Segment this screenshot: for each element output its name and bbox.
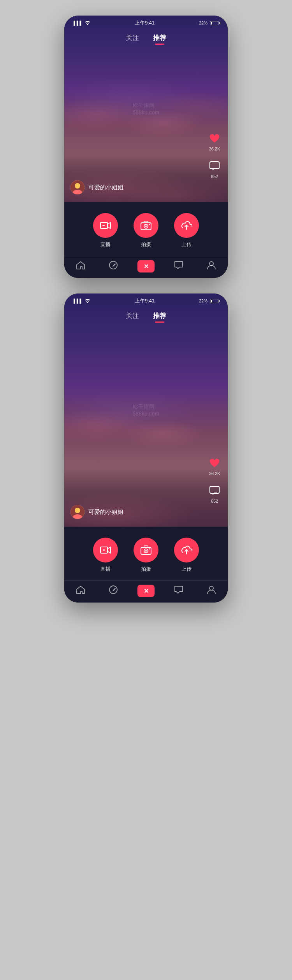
nav-profile-2[interactable] (195, 585, 228, 597)
tab-recommend-1[interactable]: 推荐 (153, 33, 166, 45)
shoot-icon-circle-2 (134, 538, 158, 562)
upload-label-1: 上传 (181, 241, 192, 248)
nav-plus-2[interactable]: ✕ (130, 585, 162, 597)
svg-line-6 (102, 225, 103, 226)
nav-tabs-1: 关注 推荐 (64, 16, 228, 49)
side-actions-1: 36.2K 652 (208, 131, 222, 179)
message-icon-1 (174, 261, 183, 272)
shoot-label-1: 拍摄 (141, 241, 151, 248)
upload-icon-circle-1 (174, 213, 199, 238)
user-bar-1: 可爱的小姐姐 (70, 180, 123, 194)
discover-icon-1 (109, 260, 118, 272)
tab-follow-1[interactable]: 关注 (126, 33, 139, 45)
comment-action-2[interactable]: 652 (208, 484, 222, 503)
svg-point-22 (103, 549, 105, 551)
user-bar-2: 可爱的小姐姐 (70, 505, 123, 519)
svg-point-7 (103, 225, 105, 226)
message-icon-2 (174, 585, 183, 596)
live-button-1[interactable]: 直播 (93, 213, 118, 248)
video-background-2: IC千库网588ku.com 36.2K 652 (64, 293, 228, 527)
svg-rect-0 (210, 162, 219, 169)
profile-icon-1 (207, 260, 216, 272)
upload-icon-circle-2 (174, 538, 199, 562)
upload-label-2: 上传 (181, 566, 192, 573)
home-icon-2 (76, 585, 85, 596)
like-count-1: 36.2K (209, 147, 220, 151)
upload-button-2[interactable]: 上传 (174, 538, 199, 573)
nav-tabs-2: 关注 推荐 (64, 293, 228, 327)
bottom-nav-1: ✕ (64, 256, 228, 278)
live-label-1: 直播 (100, 241, 111, 248)
comment-count-2: 652 (211, 499, 218, 503)
nav-plus-1[interactable]: ✕ (130, 260, 162, 273)
shoot-icon-circle-1 (134, 213, 158, 238)
profile-icon-2 (207, 585, 216, 597)
comment-count-1: 652 (211, 174, 218, 179)
svg-point-30 (209, 586, 213, 590)
shoot-label-2: 拍摄 (141, 566, 151, 573)
tab-recommend-2[interactable]: 推荐 (153, 311, 166, 323)
watermark-2: IC千库网588ku.com (133, 404, 159, 417)
svg-marker-21 (107, 547, 111, 553)
svg-point-2 (75, 183, 80, 189)
nav-messages-1[interactable] (162, 261, 195, 272)
nav-messages-2[interactable] (162, 585, 195, 596)
user-avatar-1 (70, 180, 84, 194)
nav-discover-2[interactable] (97, 585, 130, 597)
watermark-1: IC千库网588ku.com (133, 102, 159, 115)
action-buttons-2: 直播 拍摄 (64, 535, 228, 580)
shoot-button-1[interactable]: 拍摄 (134, 213, 158, 248)
nav-profile-1[interactable] (195, 260, 228, 272)
svg-point-15 (209, 262, 213, 266)
heart-icon-2 (208, 456, 222, 470)
user-avatar-2 (70, 505, 84, 519)
comment-action-1[interactable]: 652 (208, 159, 222, 179)
shoot-button-2[interactable]: 拍摄 (134, 538, 158, 573)
live-icon-circle-2 (93, 538, 118, 562)
action-panel-2: 直播 拍摄 (64, 527, 228, 603)
action-buttons-1: 直播 拍摄 (64, 210, 228, 256)
like-count-2: 36.2K (209, 471, 220, 476)
svg-rect-26 (144, 546, 148, 547)
discover-icon-2 (109, 585, 118, 597)
svg-rect-11 (144, 221, 148, 223)
like-action-2[interactable]: 36.2K (208, 456, 222, 476)
live-label-2: 直播 (100, 566, 111, 573)
heart-icon-1 (208, 131, 222, 145)
nav-home-1[interactable] (64, 261, 97, 272)
live-icon-circle-1 (93, 213, 118, 238)
svg-marker-5 (107, 222, 111, 229)
nav-discover-1[interactable] (97, 260, 130, 272)
upload-button-1[interactable]: 上传 (174, 213, 199, 248)
nav-home-2[interactable] (64, 585, 97, 596)
comment-icon-2 (208, 484, 222, 498)
close-icon-1[interactable]: ✕ (137, 260, 155, 273)
bottom-nav-2: ✕ (64, 580, 228, 603)
phone-frame-2: ▌▌▌ 上午9:41 22% 关注 推荐 IC千库网588ku.com 36.2… (64, 293, 228, 603)
tab-follow-2[interactable]: 关注 (126, 311, 139, 323)
username-1: 可爱的小姐姐 (88, 184, 123, 191)
username-2: 可爱的小姐姐 (88, 508, 123, 516)
home-icon-1 (76, 261, 85, 272)
comment-icon-1 (208, 159, 222, 173)
side-actions-2: 36.2K 652 (208, 456, 222, 503)
phone-frame-1: ▌▌▌ 上午9:41 22% 关注 推荐 IC千库网588ku.com 36.2… (64, 16, 228, 278)
live-button-2[interactable]: 直播 (93, 538, 118, 573)
svg-rect-16 (210, 486, 219, 493)
svg-point-12 (149, 224, 150, 225)
svg-point-18 (75, 508, 80, 513)
close-icon-2[interactable]: ✕ (137, 585, 155, 597)
svg-point-10 (145, 225, 147, 227)
like-action-1[interactable]: 36.2K (208, 131, 222, 151)
svg-point-25 (145, 550, 147, 552)
action-panel-1: 直播 拍摄 (64, 202, 228, 278)
svg-point-27 (149, 549, 150, 550)
